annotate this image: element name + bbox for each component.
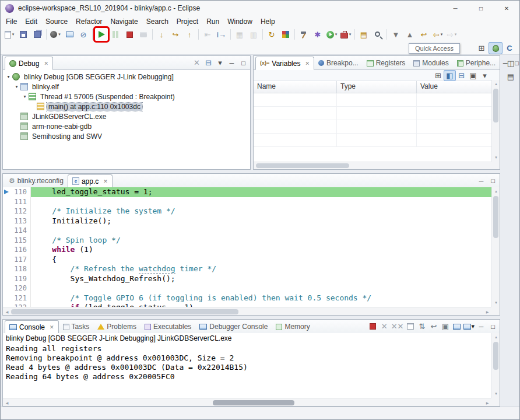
console-vertical-scrollbar[interactable]: ▲ ▼ bbox=[491, 333, 500, 398]
external-tools-dropdown[interactable]: ▾ bbox=[339, 28, 352, 41]
forward-dropdown[interactable]: ⇨▾ bbox=[445, 28, 458, 41]
gdb-node[interactable]: arm-none-eabi-gdb bbox=[3, 121, 250, 131]
back-dropdown[interactable]: ⇦▾ bbox=[431, 28, 444, 41]
remove-all-launches-icon[interactable]: ✕✕ bbox=[391, 321, 405, 331]
suspend-button[interactable] bbox=[109, 28, 122, 41]
open-element-button[interactable]: ▤ bbox=[357, 28, 370, 41]
variables-horizontal-scrollbar[interactable] bbox=[254, 162, 491, 169]
tab-console[interactable]: Console✕ bbox=[5, 320, 59, 334]
editor-vscroll-thumb[interactable] bbox=[493, 196, 498, 238]
stack-frame-node[interactable]: main() at app.c:110 0x1003dc bbox=[3, 102, 250, 111]
menu-file[interactable]: File bbox=[2, 16, 21, 27]
maximize-window-button[interactable]: □ bbox=[468, 1, 494, 16]
menu-project[interactable]: Project bbox=[173, 16, 202, 27]
close-window-button[interactable]: ✕ bbox=[494, 1, 519, 16]
close-icon[interactable]: ✕ bbox=[50, 324, 54, 330]
code-line-120[interactable]: 120 bbox=[3, 284, 491, 293]
code-line-110[interactable]: 110 led_toggle_status = 1; bbox=[3, 187, 491, 197]
collapse-all-icon[interactable]: ⊟ bbox=[456, 71, 467, 80]
profile-points-button[interactable]: ▥ bbox=[247, 28, 260, 41]
table-row[interactable] bbox=[254, 107, 500, 120]
terminate-icon[interactable] bbox=[367, 321, 378, 331]
search-button[interactable] bbox=[371, 28, 384, 41]
tab-registers[interactable]: Registers bbox=[363, 57, 410, 69]
console-output[interactable]: blinky Debug [GDB SEGGER J-Link Debuggin… bbox=[3, 333, 491, 398]
tab-executables[interactable]: Executables bbox=[140, 320, 195, 333]
clear-console-icon[interactable] bbox=[405, 321, 416, 331]
open-perspective-button[interactable]: ⊞ bbox=[475, 43, 488, 54]
launch-config-dropdown[interactable]: ▾ bbox=[49, 28, 62, 41]
variables-vscroll-thumb[interactable] bbox=[493, 89, 498, 123]
word-wrap-icon[interactable]: ↩ bbox=[428, 321, 439, 331]
menu-help[interactable]: Help bbox=[257, 16, 279, 27]
previous-annotation-button[interactable]: ▲ bbox=[403, 28, 416, 41]
remove-all-terminated-icon[interactable]: ✕ bbox=[191, 58, 202, 68]
scroll-up-icon[interactable]: ▲ bbox=[492, 187, 500, 195]
expander-icon[interactable]: ▾ bbox=[13, 84, 20, 89]
refresh-button[interactable]: ↻ bbox=[265, 28, 278, 41]
jlink-gdb-server-node[interactable]: JLinkGDBServerCL.exe bbox=[3, 111, 250, 121]
build-button[interactable] bbox=[297, 28, 310, 41]
menu-run[interactable]: Run bbox=[202, 16, 223, 27]
peripheral-registers-button[interactable] bbox=[279, 28, 292, 41]
tab-breakpo[interactable]: Breakpo... bbox=[314, 57, 363, 69]
view-menu-icon[interactable]: ▾ bbox=[479, 71, 490, 80]
menu-refactor[interactable]: Refactor bbox=[72, 16, 106, 27]
maximize-icon[interactable]: □ bbox=[238, 58, 249, 68]
menu-window[interactable]: Window bbox=[223, 16, 257, 27]
step-over-button[interactable]: ↪ bbox=[169, 28, 182, 41]
open-console-dropdown[interactable]: ▾ bbox=[463, 321, 475, 331]
code-line-121[interactable]: 121 /* Toggle GPIO 6 (if toggling is ena… bbox=[3, 293, 491, 303]
new-cpp-wizard-button[interactable]: ✱ bbox=[311, 28, 324, 41]
code-line-122[interactable]: 122 if (led_toggle_status == 1) bbox=[3, 303, 491, 307]
tab-debug[interactable]: Debug ✕ bbox=[5, 57, 53, 70]
scroll-lock-icon[interactable]: ⇅ bbox=[416, 321, 427, 331]
terminate-button[interactable] bbox=[123, 28, 136, 41]
pin-console-icon[interactable]: ▣ bbox=[440, 321, 451, 331]
minimize-icon[interactable]: ─ bbox=[226, 58, 237, 68]
scroll-right-icon[interactable]: ▶ bbox=[483, 307, 491, 316]
minimize-icon[interactable]: ─ bbox=[476, 321, 487, 331]
tab-periphe[interactable]: Periphe... bbox=[453, 57, 500, 69]
close-icon[interactable]: ✕ bbox=[305, 61, 310, 66]
tab-memory[interactable]: Memory bbox=[272, 320, 314, 333]
run-dropdown[interactable]: ▾ bbox=[325, 28, 338, 41]
maximize-icon[interactable]: □ bbox=[487, 321, 498, 331]
minimize-window-button[interactable]: ─ bbox=[442, 1, 468, 16]
tab-app-c[interactable]: capp.c✕ bbox=[68, 174, 113, 188]
maximize-icon[interactable]: □ bbox=[487, 176, 498, 186]
variables-hscroll-thumb[interactable] bbox=[256, 163, 349, 168]
menu-edit[interactable]: Edit bbox=[21, 16, 41, 27]
minimize-icon[interactable]: ─ bbox=[476, 176, 487, 186]
editor-horizontal-scrollbar[interactable]: ◀ ▶ bbox=[3, 307, 491, 315]
quick-access-button[interactable]: Quick Access bbox=[409, 43, 460, 54]
scroll-down-icon[interactable]: ▼ bbox=[492, 299, 500, 307]
semihosting-node[interactable]: Semihosting and SWV bbox=[3, 131, 250, 141]
thread-node[interactable]: ▾Thread #1 57005 (Suspended : Breakpoint… bbox=[3, 92, 250, 102]
variables-vertical-scrollbar[interactable]: ▲ ▼ bbox=[491, 80, 500, 162]
console-hscroll-thumb[interactable] bbox=[213, 400, 294, 405]
code-editor[interactable]: 110 led_toggle_status = 1;111112 /* Init… bbox=[3, 187, 491, 307]
menu-source[interactable]: Source bbox=[41, 16, 72, 27]
remove-launch-icon[interactable]: ✕ bbox=[379, 321, 390, 331]
step-into-button[interactable]: ↓ bbox=[155, 28, 168, 41]
scroll-left-icon[interactable]: ◀ bbox=[3, 398, 11, 407]
code-line-112[interactable]: 112 /* Initialize the system */ bbox=[3, 206, 491, 216]
show-logical-structures-icon[interactable]: ◧ bbox=[444, 71, 455, 80]
launch-node[interactable]: ▾blinky Debug [GDB SEGGER J-Link Debuggi… bbox=[3, 72, 250, 82]
last-edit-location-button[interactable]: ↩ bbox=[417, 28, 430, 41]
code-line-113[interactable]: 113 Initialize(); bbox=[3, 216, 491, 226]
expander-icon[interactable]: ▾ bbox=[5, 74, 12, 79]
disconnect-button[interactable] bbox=[137, 28, 150, 41]
display-selected-console-icon[interactable] bbox=[451, 321, 462, 331]
expander-icon[interactable]: ▾ bbox=[22, 94, 28, 99]
resume-button[interactable] bbox=[95, 28, 108, 41]
code-line-115[interactable]: 115 /* Spin loop */ bbox=[3, 236, 491, 246]
scroll-up-icon[interactable]: ▲ bbox=[492, 80, 500, 88]
scroll-down-icon[interactable]: ▼ bbox=[492, 153, 500, 162]
code-line-117[interactable]: 117 { bbox=[3, 255, 491, 265]
tab-tasks[interactable]: Tasks bbox=[59, 320, 94, 333]
scroll-left-icon[interactable]: ◀ bbox=[3, 307, 11, 316]
code-line-118[interactable]: 118 /* Refresh the watchdog timer */ bbox=[3, 264, 491, 274]
table-row[interactable] bbox=[254, 93, 500, 107]
